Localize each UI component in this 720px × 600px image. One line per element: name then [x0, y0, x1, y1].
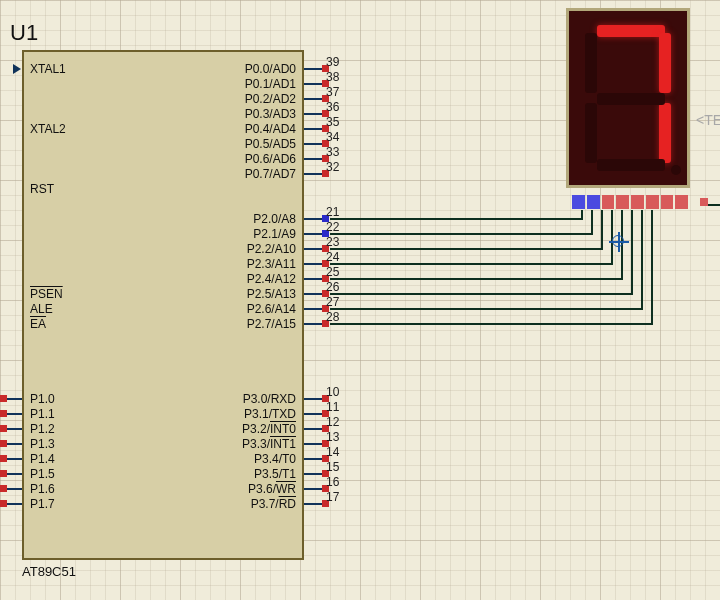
pin-label-p11: P1.1	[30, 407, 55, 421]
pin-number: 11	[326, 400, 339, 414]
pin-label-ale: ALE	[30, 302, 53, 316]
pin-label-p03ad3: P0.3/AD3	[245, 107, 296, 121]
pin-label-p12: P1.2	[30, 422, 55, 436]
pin-terminal-icon[interactable]	[0, 500, 7, 507]
pin-stub[interactable]	[304, 428, 322, 430]
pin-stub[interactable]	[304, 458, 322, 460]
pin-stub[interactable]	[304, 488, 322, 490]
pin-label-xtal2: XTAL2	[30, 122, 66, 136]
pin-label-p20a8: P2.0/A8	[253, 212, 296, 226]
pin-label-p33int1: P3.3/INT1	[242, 437, 296, 451]
pin-label-p30rxd: P3.0/RXD	[243, 392, 296, 406]
pin-stub[interactable]	[304, 158, 322, 160]
cursor-crosshair-icon	[612, 235, 624, 247]
pin-stub[interactable]	[304, 218, 322, 220]
pin-label-p01ad1: P0.1/AD1	[245, 77, 296, 91]
pin-stub[interactable]	[304, 398, 322, 400]
segment-b	[659, 33, 671, 93]
pin-number: 27	[326, 295, 339, 309]
pin-number: 15	[326, 460, 339, 474]
pin-number: 36	[326, 100, 339, 114]
pin-stub[interactable]	[304, 443, 322, 445]
pin-label-p23a11: P2.3/A11	[247, 257, 296, 271]
pin-label-p26a14: P2.6/A14	[247, 302, 296, 316]
display-placeholder-label: <TEX	[696, 112, 720, 128]
pin-number: 39	[326, 55, 339, 69]
pin-number: 34	[326, 130, 339, 144]
pin-stub[interactable]	[304, 233, 322, 235]
pin-label-p04ad4: P0.4/AD4	[245, 122, 296, 136]
pin-label-p00ad0: P0.0/AD0	[245, 62, 296, 76]
pin-label-p14: P1.4	[30, 452, 55, 466]
pin-stub[interactable]	[304, 293, 322, 295]
pin-stub[interactable]	[304, 308, 322, 310]
pin-stub[interactable]	[304, 278, 322, 280]
pin-number: 26	[326, 280, 339, 294]
pin-label-p27a15: P2.7/A15	[247, 317, 296, 331]
pin-stub[interactable]	[304, 68, 322, 70]
pin-stub[interactable]	[304, 503, 322, 505]
pin-label-p31txd: P3.1/TXD	[244, 407, 296, 421]
pin-stub[interactable]	[304, 173, 322, 175]
display-stray-pin	[700, 198, 708, 206]
pin-label-p17: P1.7	[30, 497, 55, 511]
pin-stub[interactable]	[304, 113, 322, 115]
pin-stub[interactable]	[304, 413, 322, 415]
pin-number: 33	[326, 145, 339, 159]
pin-terminal-icon[interactable]	[0, 440, 7, 447]
pin-label-xtal1: XTAL1	[30, 62, 66, 76]
pin-number: 32	[326, 160, 339, 174]
pin-label-rst: RST	[30, 182, 54, 196]
pin-label-p32int0: P3.2/INT0	[242, 422, 296, 436]
pin-number: 37	[326, 85, 339, 99]
pin-terminal-icon[interactable]	[0, 425, 7, 432]
component-partname: AT89C51	[22, 564, 76, 579]
display-pin-row	[572, 195, 688, 209]
segment-a	[597, 25, 665, 37]
pin-number: 13	[326, 430, 339, 444]
pin-number: 25	[326, 265, 339, 279]
pin-terminal-icon[interactable]	[0, 410, 7, 417]
seven-segment-display[interactable]	[566, 8, 690, 188]
pin-stub[interactable]	[304, 128, 322, 130]
pin-label-ea: EA	[30, 317, 46, 331]
pin-label-p34t0: P3.4/T0	[254, 452, 296, 466]
pin-number: 28	[326, 310, 339, 324]
pin-number: 21	[326, 205, 339, 219]
pin-stub[interactable]	[304, 98, 322, 100]
pin-terminal-icon[interactable]	[0, 395, 7, 402]
segment-dp	[671, 165, 681, 175]
pin-stub[interactable]	[304, 323, 322, 325]
pin-label-p13: P1.3	[30, 437, 55, 451]
pin-number: 16	[326, 475, 339, 489]
pin-number: 23	[326, 235, 339, 249]
pin-terminal-icon[interactable]	[0, 455, 7, 462]
pin-label-p06ad6: P0.6/AD6	[245, 152, 296, 166]
segment-f	[585, 33, 597, 93]
segment-d	[597, 159, 665, 171]
pin-stub[interactable]	[304, 263, 322, 265]
pin-label-p36wr: P3.6/WR	[248, 482, 296, 496]
pin-label-p10: P1.0	[30, 392, 55, 406]
pin-number: 35	[326, 115, 339, 129]
pin-label-p21a9: P2.1/A9	[253, 227, 296, 241]
pin-stub[interactable]	[304, 473, 322, 475]
pin-stub[interactable]	[304, 143, 322, 145]
pin-stub[interactable]	[304, 83, 322, 85]
pin-number: 10	[326, 385, 339, 399]
segment-g	[597, 93, 665, 105]
pin-label-p16: P1.6	[30, 482, 55, 496]
component-refdes: U1	[10, 20, 38, 46]
pin-label-p15: P1.5	[30, 467, 55, 481]
pin-label-p02ad2: P0.2/AD2	[245, 92, 296, 106]
pin-arrow-icon	[13, 64, 21, 74]
segment-c	[659, 103, 671, 163]
pin-label-p22a10: P2.2/A10	[247, 242, 296, 256]
pin-terminal-icon[interactable]	[0, 470, 7, 477]
pin-number: 22	[326, 220, 339, 234]
pin-label-p37rd: P3.7/RD	[251, 497, 296, 511]
pin-terminal-icon[interactable]	[0, 485, 7, 492]
pin-number: 12	[326, 415, 339, 429]
pin-label-p25a13: P2.5/A13	[247, 287, 296, 301]
pin-stub[interactable]	[304, 248, 322, 250]
